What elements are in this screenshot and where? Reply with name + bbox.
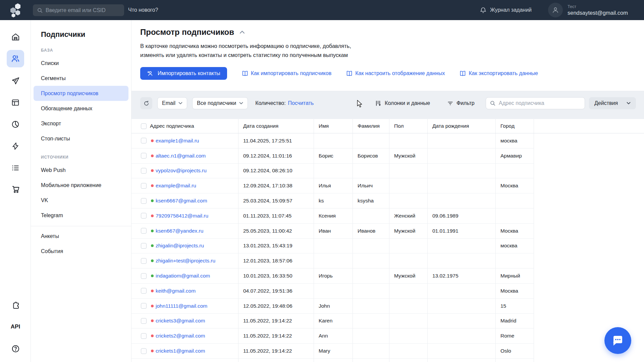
campaigns-icon[interactable] — [7, 72, 24, 89]
table-row: ksen6667@gmail.com 25.03.2024, 15:09:57 … — [131, 193, 534, 208]
table-row: crickets2@gmail.com 11.05.2022, 19:14:22… — [131, 328, 534, 344]
filter-button[interactable]: Фильтр — [447, 97, 475, 109]
row-checkbox[interactable] — [141, 213, 147, 219]
sidebar-item-стоп-листы[interactable]: Стоп-листы — [31, 131, 131, 146]
row-checkbox[interactable] — [141, 288, 147, 294]
api-link[interactable]: API — [7, 318, 24, 336]
row-checkbox[interactable] — [141, 243, 147, 249]
subscriber-email-link[interactable]: crickets2@gmail.com — [156, 333, 205, 339]
refresh-button[interactable] — [140, 97, 152, 109]
sidebar-item-сегменты[interactable]: Сегменты — [31, 71, 131, 86]
sidebar-item-мобильное-приложение[interactable]: Мобильное приложение — [31, 178, 131, 193]
status-dot — [151, 169, 154, 172]
count-calculate-link[interactable]: Посчитать — [288, 100, 314, 106]
segment-select[interactable]: Все подписчики — [192, 97, 248, 109]
row-checkbox[interactable] — [141, 333, 147, 339]
import-contacts-button[interactable]: Импортировать контакты — [140, 67, 227, 80]
row-checkbox[interactable] — [141, 168, 147, 174]
lists-icon[interactable] — [7, 159, 24, 177]
help-link-display[interactable]: Как настроить отображение данных — [346, 70, 445, 76]
city-cell: Москва — [496, 178, 534, 193]
columns-settings-button[interactable]: Колонки и данные — [375, 97, 430, 109]
subscriber-email-link[interactable]: ksen667@yandex.ru — [156, 228, 203, 234]
row-checkbox[interactable] — [141, 198, 147, 204]
table-row: keith@gmail.com 04.07.2022, 19:51:36 Мос… — [131, 284, 534, 299]
created-cell: 11.05.2022, 19:14:22 — [238, 314, 314, 328]
count-label: Количество: — [255, 100, 285, 106]
subscriber-email-link[interactable]: crickets3@gmail.com — [156, 318, 205, 324]
search-icon — [490, 100, 496, 106]
subscribers-icon[interactable] — [7, 50, 24, 67]
automation-icon[interactable] — [7, 137, 24, 155]
row-checkbox[interactable] — [141, 318, 147, 324]
sidebar-item-анкеты[interactable]: Анкеты — [31, 229, 131, 244]
row-checkbox[interactable] — [141, 348, 147, 354]
created-cell: 11.05.2022, 19:14:22 — [238, 328, 314, 343]
help-link-export[interactable]: Как экспортировать данные — [460, 70, 538, 76]
select-all-checkbox[interactable] — [141, 123, 147, 129]
row-checkbox[interactable] — [141, 258, 147, 264]
subscriber-email-link[interactable]: keith@gmail.com — [156, 288, 196, 294]
sidebar-item-события[interactable]: События — [31, 244, 131, 259]
whats-new-link[interactable]: Что нового? — [128, 0, 158, 20]
integrations-icon[interactable] — [7, 297, 24, 314]
page-description: В карточке подписчика можно посмотреть и… — [140, 42, 351, 60]
sidebar-item-telegram[interactable]: Telegram — [31, 208, 131, 223]
subscriber-email-link[interactable]: zhigalin+test@iprojects.ru — [156, 258, 215, 264]
help-link-import[interactable]: Как импортировать подписчиков — [242, 70, 332, 76]
gender-cell: Женский — [389, 208, 428, 223]
subscriber-search[interactable] — [486, 97, 585, 109]
sidebar-item-экспорт[interactable]: Экспорт — [31, 116, 131, 131]
sidebar-item-обогащение-данных[interactable]: Обогащение данных — [31, 101, 131, 116]
first-name-cell: Игорь — [314, 268, 353, 283]
sidebar-item-просмотр-подписчиков[interactable]: Просмотр подписчиков — [34, 86, 128, 101]
channel-select[interactable]: Email — [157, 97, 187, 109]
sendsay-logo-icon[interactable] — [9, 3, 23, 17]
column-header: Фамилия — [353, 119, 389, 133]
subscriber-email-link[interactable]: vypolzov@iprojects.ru — [156, 168, 207, 174]
statistics-icon[interactable] — [7, 116, 24, 133]
table-toolbar: Email Все подписчики Количество: Посчита… — [131, 91, 644, 119]
subscriber-email-link[interactable]: ksen6667@gmail.com — [156, 198, 207, 204]
subscriber-search-input[interactable] — [499, 100, 581, 106]
nav-rail: API — [0, 20, 31, 362]
city-cell: Армавир — [496, 148, 534, 163]
subscriber-email-link[interactable]: altaec.n1@gmail.com — [156, 153, 206, 159]
city-cell: москва — [496, 239, 534, 253]
task-journal-button[interactable]: Журнал заданий — [480, 0, 532, 20]
last-name-cell — [353, 328, 389, 343]
sidebar-item-vk[interactable]: VK — [31, 193, 131, 208]
support-chat-button[interactable] — [604, 327, 631, 354]
subscriber-email-link[interactable]: example@mail.ru — [156, 183, 196, 189]
subscriber-email-link[interactable]: example1@mail.ru — [156, 138, 199, 144]
gender-cell — [389, 299, 428, 313]
subscriber-email-link[interactable]: 79209758412@mail.ru — [156, 213, 208, 219]
subscriber-email-link[interactable]: zhigalin@iprojects.ru — [156, 243, 204, 249]
city-cell — [496, 208, 534, 223]
table-row: zhigalin@iprojects.ru 13.01.2023, 15:43:… — [131, 239, 534, 254]
row-checkbox[interactable] — [141, 303, 147, 309]
main-content: Просмотр подписчиков В карточке подписчи… — [131, 20, 644, 362]
sidebar-item-списки[interactable]: Списки — [31, 56, 131, 71]
shop-icon[interactable] — [7, 180, 24, 198]
home-icon[interactable] — [7, 28, 24, 46]
collapse-section-icon[interactable] — [239, 31, 245, 34]
row-checkbox[interactable] — [141, 138, 147, 143]
help-icon[interactable] — [7, 340, 24, 357]
global-search-input[interactable] — [46, 7, 120, 13]
row-checkbox[interactable] — [141, 228, 147, 234]
sidebar-item-web-push[interactable]: Web Push — [31, 163, 131, 178]
actions-button[interactable]: Действия — [589, 97, 636, 109]
status-dot — [151, 184, 154, 187]
row-checkbox[interactable] — [141, 273, 147, 279]
account-menu[interactable]: Тест sendsaytest@gmail.com — [548, 0, 628, 20]
subscriber-email-link[interactable]: crickets1@gmail.com — [156, 348, 205, 354]
row-checkbox[interactable] — [141, 153, 147, 159]
page-header: Просмотр подписчиков В карточке подписчи… — [131, 20, 644, 91]
global-search[interactable] — [33, 4, 124, 16]
created-cell: 13.01.2023, 15:43:19 — [238, 239, 314, 253]
pages-icon[interactable] — [7, 94, 24, 111]
row-checkbox[interactable] — [141, 183, 147, 189]
subscriber-email-link[interactable]: indagatiom@gmail.com — [156, 273, 210, 279]
subscriber-email-link[interactable]: john11111@gmail.com — [156, 303, 207, 309]
